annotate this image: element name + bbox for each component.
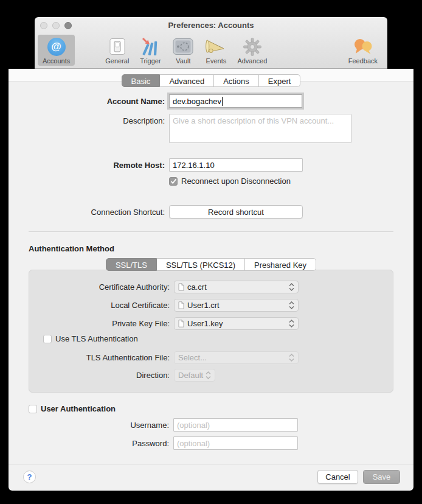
tab-basic[interactable]: Basic xyxy=(122,74,161,87)
save-button[interactable]: Save xyxy=(363,470,400,484)
local-certificate-label: Local Certificate: xyxy=(32,301,170,310)
gear-icon xyxy=(243,37,262,57)
auth-method-tab-bar: SSL/TLS SSL/TLS (PKCS12) Preshared Key xyxy=(9,258,413,271)
connection-shortcut-label: Connection Shortcut: xyxy=(13,208,165,217)
minimize-window-button[interactable] xyxy=(52,22,60,29)
accounts-at-icon: @ xyxy=(47,37,66,57)
remote-host-input[interactable] xyxy=(169,158,303,172)
reconnect-checkbox-label: Reconnect upon Disconnection xyxy=(181,177,291,186)
account-name-label: Account Name: xyxy=(13,97,165,106)
popup-chevrons-icon xyxy=(289,353,294,362)
account-tab-bar: Basic Advanced Actions Expert xyxy=(9,74,413,87)
megaphone-icon xyxy=(205,37,227,57)
toolbar-item-vault[interactable]: Vault xyxy=(167,35,199,66)
zoom-window-button[interactable] xyxy=(64,22,72,29)
use-tls-authentication-checkbox[interactable] xyxy=(43,335,52,343)
document-icon xyxy=(178,301,184,309)
window-title: Preferences: Accounts xyxy=(35,17,387,34)
reconnect-checkbox[interactable] xyxy=(169,177,178,186)
cancel-button[interactable]: Cancel xyxy=(317,470,358,484)
remote-host-label: Remote Host: xyxy=(13,161,165,170)
toolbar-item-label: Feedback xyxy=(348,57,378,65)
safe-icon xyxy=(173,37,193,57)
tab-expert[interactable]: Expert xyxy=(259,74,301,87)
local-certificate-popup[interactable]: User1.crt xyxy=(174,299,299,312)
user-authentication-label: User Authentication xyxy=(41,404,116,413)
toolbar-item-label: Events xyxy=(206,57,227,65)
footer-divider xyxy=(9,464,413,464)
toolbar-item-trigger[interactable]: Trigger xyxy=(134,35,167,66)
toolbar-item-events[interactable]: Events xyxy=(199,35,232,66)
popup-chevrons-icon xyxy=(206,371,211,380)
private-key-file-popup[interactable]: User1.key xyxy=(174,317,299,330)
document-icon xyxy=(178,283,184,291)
username-input[interactable] xyxy=(173,418,298,432)
record-shortcut-button[interactable]: Record shortcut xyxy=(169,205,303,219)
account-name-input[interactable]: dev.bogachev xyxy=(169,94,302,108)
description-textarea[interactable] xyxy=(169,114,351,143)
certificate-authority-popup[interactable]: ca.crt xyxy=(174,281,299,293)
toolbar-item-label: Accounts xyxy=(43,57,70,65)
toolbar-item-label: Advanced xyxy=(237,57,267,65)
traffic-lights xyxy=(40,22,72,29)
titlebar: Preferences: Accounts xyxy=(35,17,387,34)
tls-authentication-file-label: TLS Authentication File: xyxy=(32,353,170,362)
popup-chevrons-icon xyxy=(289,301,294,310)
use-tls-authentication-label: Use TLS Authentication xyxy=(55,334,138,343)
popup-chevrons-icon xyxy=(289,282,294,292)
close-window-button[interactable] xyxy=(40,22,47,29)
certificate-authority-label: Certificate Authority: xyxy=(32,282,170,292)
toolbar-item-feedback[interactable]: Feedback xyxy=(344,35,382,66)
toolbar-item-advanced[interactable]: Advanced xyxy=(232,35,272,66)
help-button[interactable]: ? xyxy=(23,471,36,483)
switch-icon xyxy=(109,37,125,57)
toolbar-item-label: Trigger xyxy=(140,57,161,65)
toolbar-item-general[interactable]: General xyxy=(100,35,134,66)
text-caret xyxy=(222,97,223,106)
trigger-dominoes-icon xyxy=(141,37,159,57)
account-settings-sheet: Basic Advanced Actions Expert Account Na… xyxy=(9,69,413,491)
toolbar-item-label: Vault xyxy=(176,57,190,65)
preferences-window-chrome: Preferences: Accounts @ Accounts General xyxy=(35,17,387,69)
tab-advanced[interactable]: Advanced xyxy=(160,74,214,87)
toolbar: @ Accounts General xyxy=(35,34,387,66)
section-divider xyxy=(29,231,393,232)
password-label: Password: xyxy=(13,439,169,448)
private-key-file-label: Private Key File: xyxy=(32,319,170,328)
description-label: Description: xyxy=(13,114,165,125)
direction-label: Direction: xyxy=(32,371,170,380)
tab-actions[interactable]: Actions xyxy=(214,74,259,87)
tls-authentication-file-popup: Select... xyxy=(174,351,299,364)
authentication-method-heading: Authentication Method xyxy=(29,244,114,253)
password-input[interactable] xyxy=(173,436,298,450)
direction-popup: Default xyxy=(174,369,215,382)
toolbar-item-accounts[interactable]: @ Accounts xyxy=(38,35,75,66)
tab-ssl-tls[interactable]: SSL/TLS xyxy=(106,258,157,271)
toolbar-item-label: General xyxy=(105,57,129,65)
tab-preshared-key[interactable]: Preshared Key xyxy=(245,258,316,271)
auth-method-panel: Certificate Authority: ca.crt Local Cert… xyxy=(29,270,393,393)
username-label: Username: xyxy=(13,421,169,430)
chat-bubbles-icon xyxy=(353,37,373,57)
checkmark-icon xyxy=(170,178,177,184)
document-icon xyxy=(178,320,184,327)
user-authentication-checkbox[interactable] xyxy=(29,405,37,413)
popup-chevrons-icon xyxy=(289,319,294,328)
tab-ssl-tls-pkcs12[interactable]: SSL/TLS (PKCS12) xyxy=(157,258,245,271)
